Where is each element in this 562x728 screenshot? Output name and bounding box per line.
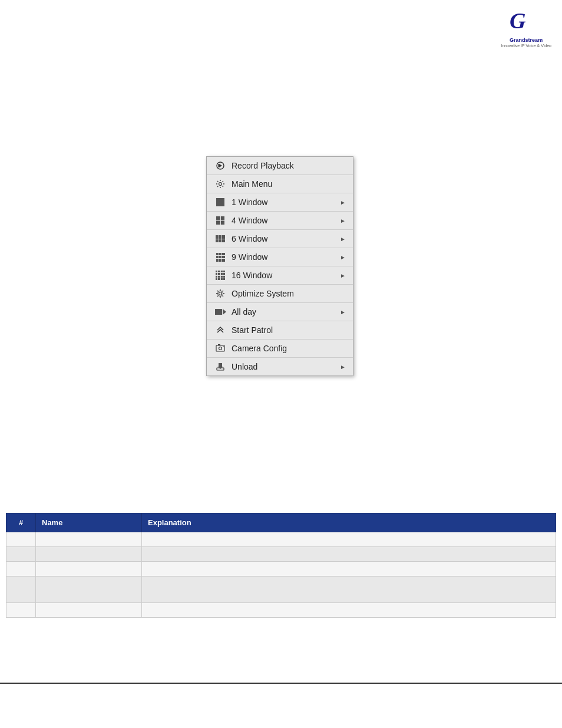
table-section: # Name Explanation <box>0 513 562 618</box>
menu-label-all-day: All day <box>232 307 340 317</box>
camera-icon <box>214 344 227 353</box>
table-header-explanation: Explanation <box>142 513 556 532</box>
cell-num-5 <box>6 603 36 618</box>
table-row <box>6 547 556 562</box>
cell-explanation-1 <box>142 532 556 547</box>
allday-icon <box>214 309 227 315</box>
menu-label-unload: Unload <box>232 362 340 371</box>
table-row <box>6 603 556 618</box>
menu-item-unload[interactable]: Unload ► <box>207 358 353 375</box>
9window-icon <box>214 253 227 262</box>
table-header-name: Name <box>36 513 142 532</box>
table-row <box>6 577 556 603</box>
cell-explanation-3 <box>142 562 556 577</box>
cell-name-2 <box>36 547 142 562</box>
unload-icon <box>214 362 227 371</box>
context-menu: Record Playback Main Menu 1 Window ► 4 W… <box>206 156 353 376</box>
menu-label-record-playback: Record Playback <box>232 161 346 170</box>
optimize-icon <box>214 289 227 298</box>
explanation-table: # Name Explanation <box>6 513 556 618</box>
arrow-icon-6window: ► <box>340 236 346 242</box>
4window-icon <box>214 216 227 225</box>
svg-point-2 <box>219 183 222 186</box>
cell-explanation-4 <box>142 577 556 603</box>
svg-point-4 <box>218 291 223 297</box>
menu-label-16-window: 16 Window <box>232 271 340 280</box>
16window-icon <box>214 271 227 280</box>
cell-num-3 <box>6 562 36 577</box>
menu-label-start-patrol: Start Patrol <box>232 325 346 335</box>
cell-name-5 <box>36 603 142 618</box>
menu-item-main-menu[interactable]: Main Menu <box>207 175 353 193</box>
arrow-icon-1window: ► <box>340 199 346 206</box>
1window-icon <box>214 198 227 206</box>
menu-item-optimize-system[interactable]: Optimize System <box>207 285 353 303</box>
svg-rect-7 <box>218 344 220 345</box>
menu-item-16-window[interactable]: 16 Window ► <box>207 266 353 285</box>
cell-num-1 <box>6 532 36 547</box>
brand-name: Grandstream <box>510 37 543 44</box>
logo-area: G Grandstream Innovative IP Voice & Vide… <box>501 11 551 48</box>
menu-label-camera-config: Camera Config <box>232 344 346 353</box>
cell-explanation-2 <box>142 547 556 562</box>
menu-label-4-window: 4 Window <box>232 216 340 225</box>
cell-name-4 <box>36 577 142 603</box>
menu-label-6-window: 6 Window <box>232 234 340 243</box>
arrow-icon-unload: ► <box>340 364 346 370</box>
cell-explanation-5 <box>142 603 556 618</box>
gear-icon <box>214 179 227 189</box>
menu-item-1-window[interactable]: 1 Window ► <box>207 193 353 212</box>
menu-label-optimize-system: Optimize System <box>232 289 346 298</box>
menu-item-4-window[interactable]: 4 Window ► <box>207 212 353 230</box>
menu-item-record-playback[interactable]: Record Playback <box>207 157 353 175</box>
menu-item-9-window[interactable]: 9 Window ► <box>207 248 353 266</box>
cell-num-2 <box>6 547 36 562</box>
menu-label-main-menu: Main Menu <box>232 179 346 189</box>
menu-item-6-window[interactable]: 6 Window ► <box>207 230 353 248</box>
menu-label-9-window: 9 Window <box>232 252 340 262</box>
arrow-icon-allday: ► <box>340 309 346 315</box>
menu-item-camera-config[interactable]: Camera Config <box>207 340 353 358</box>
table-row <box>6 532 556 547</box>
menu-item-all-day[interactable]: All day ► <box>207 303 353 321</box>
menu-label-1-window: 1 Window <box>232 197 340 207</box>
arrow-icon-4window: ► <box>340 218 346 224</box>
table-header-num: # <box>6 513 36 532</box>
svg-point-3 <box>219 292 222 295</box>
arrow-icon-9window: ► <box>340 254 346 261</box>
cell-name-3 <box>36 562 142 577</box>
cell-num-4 <box>6 577 36 603</box>
arrow-icon-16window: ► <box>340 272 346 279</box>
record-icon <box>214 161 227 170</box>
svg-text:G: G <box>510 11 526 33</box>
brand-tagline: Innovative IP Voice & Video <box>501 44 551 48</box>
table-row <box>6 562 556 577</box>
cell-name-1 <box>36 532 142 547</box>
patrol-icon <box>214 325 227 335</box>
menu-item-start-patrol[interactable]: Start Patrol <box>207 321 353 340</box>
bottom-divider <box>0 683 562 684</box>
svg-point-6 <box>219 347 222 350</box>
6window-icon <box>214 235 227 242</box>
